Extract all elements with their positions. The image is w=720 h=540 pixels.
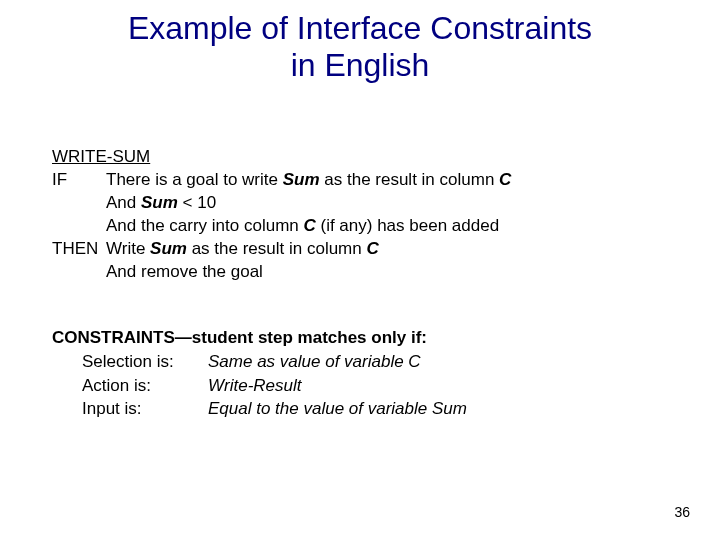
then-l1-c: C	[366, 239, 378, 258]
if-l2-sum: Sum	[141, 193, 178, 212]
then-line-1: THEN Write Sum as the result in column C	[52, 238, 511, 261]
c1-label: Selection is:	[52, 350, 208, 374]
if-l1-sum: Sum	[283, 170, 320, 189]
if-line-3: And the carry into column C (if any) has…	[52, 215, 511, 238]
constraint-action: Action is: Write-Result	[52, 374, 467, 398]
c3-label: Input is:	[52, 397, 208, 421]
if-text-1: There is a goal to write Sum as the resu…	[106, 169, 511, 192]
then-line-2: And remove the goal	[52, 261, 511, 284]
title-line-1: Example of Interface Constraints	[128, 10, 592, 46]
slide-title: Example of Interface Constraints in Engl…	[0, 0, 720, 84]
then-keyword: THEN	[52, 238, 106, 261]
c2-value: Write-Result	[208, 374, 302, 398]
if-line-1: IF There is a goal to write Sum as the r…	[52, 169, 511, 192]
if-l3-a: And the carry into column	[106, 216, 303, 235]
then-text-2: And remove the goal	[106, 261, 263, 284]
rule-name: WRITE-SUM	[52, 146, 511, 169]
if-text-3: And the carry into column C (if any) has…	[106, 215, 499, 238]
then-l1-a: Write	[106, 239, 150, 258]
if-l2-b: < 10	[178, 193, 216, 212]
then-text-1: Write Sum as the result in column C	[106, 238, 379, 261]
if-l1-b: as the result in column	[320, 170, 500, 189]
title-line-2: in English	[291, 47, 430, 83]
rule-block: WRITE-SUM IF There is a goal to write Su…	[52, 146, 511, 284]
if-keyword: IF	[52, 169, 106, 192]
if-text-2: And Sum < 10	[106, 192, 216, 215]
c2-label: Action is:	[52, 374, 208, 398]
if-l3-b: (if any) has been added	[316, 216, 499, 235]
c1-value: Same as value of variable C	[208, 350, 421, 374]
constraint-input: Input is: Equal to the value of variable…	[52, 397, 467, 421]
if-l1-c: C	[499, 170, 511, 189]
c3-value: Equal to the value of variable Sum	[208, 397, 467, 421]
if-l2-a: And	[106, 193, 141, 212]
if-l3-c: C	[303, 216, 315, 235]
if-line-2: And Sum < 10	[52, 192, 511, 215]
then-l1-b: as the result in column	[187, 239, 367, 258]
then-l1-sum: Sum	[150, 239, 187, 258]
constraint-selection: Selection is: Same as value of variable …	[52, 350, 467, 374]
if-l1-a: There is a goal to write	[106, 170, 283, 189]
constraints-header: CONSTRAINTS—student step matches only if…	[52, 326, 467, 350]
constraints-block: CONSTRAINTS—student step matches only if…	[52, 326, 467, 421]
page-number: 36	[674, 504, 690, 520]
slide: Example of Interface Constraints in Engl…	[0, 0, 720, 540]
